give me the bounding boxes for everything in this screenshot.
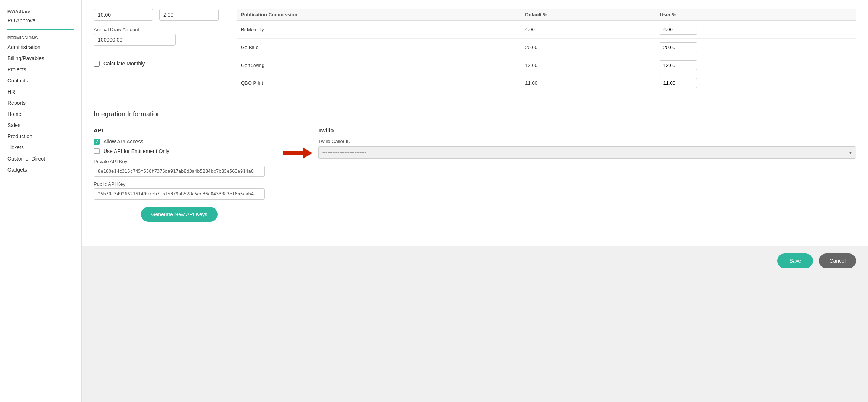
value2-input[interactable] bbox=[159, 9, 219, 21]
twilio-select-wrapper: •••••••••••••••••••••••••• bbox=[318, 146, 856, 159]
integration-title: Integration Information bbox=[94, 110, 856, 118]
allow-api-checkbox[interactable] bbox=[94, 139, 100, 145]
sidebar-item-gadgets[interactable]: Gadgets bbox=[0, 164, 81, 175]
commission-row-name-2: Golf Swing bbox=[237, 56, 521, 74]
commission-row-user-0 bbox=[655, 21, 856, 39]
cancel-button[interactable]: Cancel bbox=[819, 253, 856, 268]
value1-input[interactable] bbox=[94, 9, 153, 21]
commission-row-default-0: 4.00 bbox=[521, 21, 655, 39]
commission-row-name-1: Go Blue bbox=[237, 39, 521, 56]
annual-draw-input[interactable] bbox=[94, 34, 176, 46]
commission-table: Publication Commission Default % User % … bbox=[237, 9, 856, 92]
commission-user-input-1[interactable] bbox=[660, 42, 697, 52]
integration-inner: API Allow API Access Use API for Entitle… bbox=[94, 127, 856, 222]
annual-draw-label: Annual Draw Amount bbox=[94, 27, 219, 32]
use-api-checkbox[interactable] bbox=[94, 148, 100, 154]
twilio-with-arrow: Twilio Twilio Caller ID ••••••••••••••••… bbox=[283, 127, 856, 222]
commission-row-2: Golf Swing12.00 bbox=[237, 56, 856, 74]
permissions-section-title: PERMISSIONS bbox=[0, 33, 81, 42]
sidebar-divider bbox=[7, 29, 74, 30]
value2-group bbox=[159, 9, 219, 21]
commission-col2-header: Default % bbox=[521, 9, 655, 21]
commission-user-input-3[interactable] bbox=[660, 78, 697, 88]
use-api-label: Use API for Entitlement Only bbox=[103, 148, 169, 154]
payables-section-title: PAYABLES bbox=[0, 6, 81, 15]
svg-marker-0 bbox=[283, 147, 312, 159]
api-title: API bbox=[94, 127, 265, 133]
footer-bar: Save Cancel bbox=[82, 246, 868, 276]
sidebar-item-customer-direct[interactable]: Customer Direct bbox=[0, 153, 81, 164]
twilio-title: Twilio bbox=[318, 127, 856, 133]
value1-group bbox=[94, 9, 153, 21]
generate-api-keys-button[interactable]: Generate New API Keys bbox=[141, 207, 218, 222]
public-key-input[interactable] bbox=[94, 188, 265, 200]
top-left-form: Annual Draw Amount Calculate Monthly bbox=[94, 9, 219, 92]
commission-row-3: QBO Print11.00 bbox=[237, 74, 856, 92]
twilio-caller-id-select[interactable]: •••••••••••••••••••••••••• bbox=[318, 146, 856, 159]
sidebar-item-reports[interactable]: Reports bbox=[0, 97, 81, 108]
commission-row-1: Go Blue20.00 bbox=[237, 39, 856, 56]
sidebar-item-billing-payables[interactable]: Billing/Payables bbox=[0, 53, 81, 64]
sidebar-item-contacts[interactable]: Contacts bbox=[0, 75, 81, 86]
annual-draw-group: Annual Draw Amount bbox=[94, 27, 219, 46]
allow-api-label: Allow API Access bbox=[103, 139, 143, 145]
commission-row-user-1 bbox=[655, 39, 856, 56]
integration-section: Integration Information API Allow API Ac… bbox=[94, 101, 856, 234]
twilio-column: Twilio Twilio Caller ID ••••••••••••••••… bbox=[318, 127, 856, 159]
public-key-label: Public API Key bbox=[94, 181, 265, 187]
top-row: Annual Draw Amount Calculate Monthly Pub… bbox=[94, 9, 856, 101]
arrow-icon bbox=[283, 146, 312, 161]
commission-row-default-2: 12.00 bbox=[521, 56, 655, 74]
content-area: Annual Draw Amount Calculate Monthly Pub… bbox=[82, 0, 868, 246]
commission-row-user-2 bbox=[655, 56, 856, 74]
sidebar-item-projects[interactable]: Projects bbox=[0, 64, 81, 75]
allow-api-item: Allow API Access bbox=[94, 139, 265, 145]
save-button[interactable]: Save bbox=[777, 253, 813, 268]
commission-row-0: Bi-Monthly4.00 bbox=[237, 21, 856, 39]
calculate-monthly-label: Calculate Monthly bbox=[103, 61, 145, 67]
calculate-monthly-row: Calculate Monthly bbox=[94, 61, 219, 67]
commission-col1-header: Publication Commission bbox=[237, 9, 521, 21]
commission-row-name-0: Bi-Monthly bbox=[237, 21, 521, 39]
private-key-input[interactable] bbox=[94, 166, 265, 177]
sidebar-item-tickets[interactable]: Tickets bbox=[0, 142, 81, 153]
twilio-caller-id-label: Twilio Caller ID bbox=[318, 139, 856, 144]
commission-col3-header: User % bbox=[655, 9, 856, 21]
commission-row-default-3: 11.00 bbox=[521, 74, 655, 92]
private-key-label: Private API Key bbox=[94, 159, 265, 164]
arrow-container bbox=[283, 146, 312, 161]
sidebar: PAYABLES PO Approval PERMISSIONS Adminis… bbox=[0, 0, 82, 402]
commission-row-default-1: 20.00 bbox=[521, 39, 655, 56]
sidebar-item-hr[interactable]: HR bbox=[0, 86, 81, 97]
sidebar-item-sales[interactable]: Sales bbox=[0, 120, 81, 131]
sidebar-item-administration[interactable]: Administration bbox=[0, 42, 81, 53]
sidebar-item-home[interactable]: Home bbox=[0, 108, 81, 120]
commission-user-input-2[interactable] bbox=[660, 60, 697, 70]
calculate-monthly-checkbox[interactable] bbox=[94, 61, 100, 67]
commission-row-name-3: QBO Print bbox=[237, 74, 521, 92]
use-api-item: Use API for Entitlement Only bbox=[94, 148, 265, 154]
commission-row-user-3 bbox=[655, 74, 856, 92]
api-column: API Allow API Access Use API for Entitle… bbox=[94, 127, 265, 222]
commission-user-input-0[interactable] bbox=[660, 25, 697, 35]
sidebar-item-po-approval[interactable]: PO Approval bbox=[0, 15, 81, 26]
sidebar-item-production[interactable]: Production bbox=[0, 131, 81, 142]
main-content: Annual Draw Amount Calculate Monthly Pub… bbox=[82, 0, 868, 402]
